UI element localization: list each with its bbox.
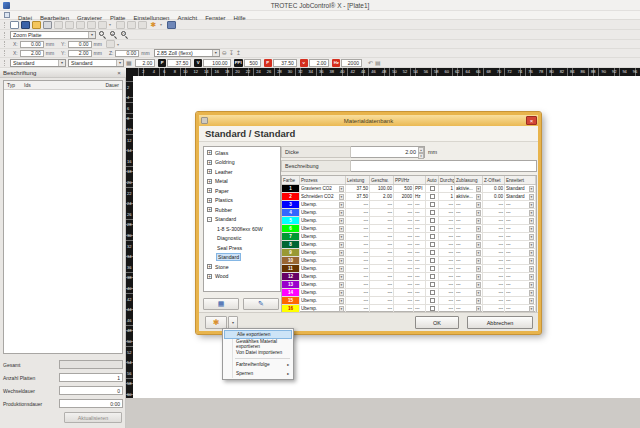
cut-frequency-field[interactable]: 2000 bbox=[341, 59, 362, 67]
speed-cell[interactable]: --- bbox=[370, 257, 394, 264]
tree-item-paper[interactable]: +Paper bbox=[204, 186, 280, 196]
engrave-ppi-field[interactable]: 500 bbox=[244, 59, 261, 67]
ppi-hz-cell[interactable]: --- bbox=[394, 305, 414, 312]
lens-combo[interactable]: 2.85 Zoll (flexx) ▾ bbox=[154, 49, 220, 57]
advanced-select[interactable]: ---▾ bbox=[505, 257, 536, 264]
color-chip[interactable]: 12 bbox=[282, 273, 300, 280]
job-list[interactable]: TypIdsDauer bbox=[3, 80, 123, 354]
z-offset-cell[interactable]: --- bbox=[483, 289, 505, 296]
ppi-hz-cell[interactable]: --- bbox=[394, 257, 414, 264]
speed-cell[interactable]: --- bbox=[370, 225, 394, 232]
advanced-select[interactable]: ---▾ bbox=[505, 273, 536, 280]
material-combo[interactable]: Standard ▾ bbox=[68, 59, 124, 67]
passes-cell[interactable]: --- bbox=[439, 241, 455, 248]
advanced-select[interactable]: ---▾ bbox=[505, 209, 536, 216]
color-chip[interactable]: 13 bbox=[282, 281, 300, 288]
air-assist-select[interactable]: ---▾ bbox=[455, 297, 483, 304]
z-offset-cell[interactable]: --- bbox=[483, 273, 505, 280]
ok-button[interactable]: OK bbox=[415, 316, 459, 329]
ppi-hz-cell[interactable]: --- bbox=[394, 217, 414, 224]
power-cell[interactable]: --- bbox=[346, 257, 370, 264]
z-offset-cell[interactable]: --- bbox=[483, 233, 505, 240]
delete-job-icon[interactable] bbox=[87, 21, 96, 29]
zoom-icon[interactable] bbox=[99, 31, 106, 38]
power-cell[interactable]: --- bbox=[346, 225, 370, 232]
refresh-button[interactable]: Aktualisieren bbox=[64, 412, 122, 423]
power-cell[interactable]: --- bbox=[346, 249, 370, 256]
no-focus-icon[interactable]: ⊖ bbox=[222, 49, 227, 57]
ppi-hz-cell[interactable]: --- bbox=[394, 273, 414, 280]
passes-cell[interactable]: --- bbox=[439, 273, 455, 280]
color-chip[interactable]: 5 bbox=[282, 217, 300, 224]
expand-icon[interactable]: + bbox=[207, 198, 212, 203]
job-y-field[interactable]: 2.00 bbox=[68, 50, 92, 57]
expand-icon[interactable]: + bbox=[207, 188, 212, 193]
speed-cell[interactable]: --- bbox=[370, 273, 394, 280]
z-offset-cell[interactable]: 0.00 bbox=[483, 193, 505, 200]
focus-up-icon[interactable]: ↥ bbox=[236, 49, 241, 57]
z-offset-cell[interactable]: --- bbox=[483, 225, 505, 232]
new-file-icon[interactable] bbox=[10, 21, 19, 29]
advanced-select[interactable]: ---▾ bbox=[505, 201, 536, 208]
z-offset-cell[interactable]: --- bbox=[483, 209, 505, 216]
expand-icon[interactable]: + bbox=[207, 207, 212, 212]
chevron-down-icon[interactable]: ▾ bbox=[109, 22, 114, 27]
preview-icon[interactable] bbox=[138, 21, 147, 29]
speed-cell[interactable]: --- bbox=[370, 233, 394, 240]
print-icon[interactable] bbox=[43, 21, 52, 29]
speed-cell[interactable]: --- bbox=[370, 281, 394, 288]
power-cell[interactable]: --- bbox=[346, 201, 370, 208]
expand-icon[interactable]: + bbox=[207, 264, 212, 269]
ppi-hz-cell[interactable]: 2000 bbox=[394, 193, 414, 200]
passes-cell[interactable]: --- bbox=[439, 257, 455, 264]
chevron-down-icon[interactable]: ▾ bbox=[212, 50, 219, 56]
color-chip[interactable]: 11 bbox=[282, 265, 300, 272]
advanced-select[interactable]: Standard▾ bbox=[505, 193, 536, 200]
close-button[interactable]: × bbox=[526, 116, 537, 125]
power-cell[interactable]: --- bbox=[346, 209, 370, 216]
save-icon[interactable] bbox=[21, 21, 30, 29]
speed-cell[interactable]: 2.00 bbox=[370, 193, 394, 200]
speed-cell[interactable]: --- bbox=[370, 289, 394, 296]
process-select[interactable]: Übersp.▾ bbox=[300, 297, 346, 304]
air-assist-select[interactable]: ---▾ bbox=[455, 217, 483, 224]
engrave-power-field[interactable]: 37.50 bbox=[167, 59, 191, 67]
advanced-select[interactable]: ---▾ bbox=[505, 249, 536, 256]
color-chip[interactable]: 2 bbox=[282, 193, 300, 200]
y-position-field[interactable]: 0.00 bbox=[68, 41, 92, 48]
advanced-select[interactable]: ---▾ bbox=[505, 217, 536, 224]
z-offset-cell[interactable]: --- bbox=[483, 241, 505, 248]
process-select[interactable]: Übersp.▾ bbox=[300, 265, 346, 272]
auto-checkbox[interactable] bbox=[430, 194, 435, 199]
passes-cell[interactable]: --- bbox=[439, 217, 455, 224]
edit-material-button[interactable]: ✎ bbox=[243, 298, 279, 310]
connect-laser-icon[interactable] bbox=[167, 21, 176, 29]
speed-cell[interactable]: --- bbox=[370, 209, 394, 216]
speed-cell[interactable]: --- bbox=[370, 265, 394, 272]
tree-item-standard[interactable]: -Standard bbox=[204, 215, 280, 225]
new-material-button[interactable]: ▦ bbox=[203, 298, 239, 310]
power-cell[interactable]: 37.50 bbox=[346, 185, 370, 192]
air-assist-select[interactable]: ---▾ bbox=[455, 241, 483, 248]
align-icon[interactable] bbox=[98, 21, 107, 29]
speed-cell[interactable]: --- bbox=[370, 241, 394, 248]
air-assist-select[interactable]: ---▾ bbox=[455, 289, 483, 296]
dialog-titlebar[interactable]: Materialdatenbank bbox=[199, 115, 538, 126]
color-chip[interactable]: 6 bbox=[282, 225, 300, 232]
tree-item-seal-press[interactable]: Seal Press bbox=[204, 243, 280, 253]
ppi-hz-cell[interactable]: --- bbox=[394, 241, 414, 248]
summary-value[interactable]: 1 bbox=[59, 373, 123, 382]
close-icon[interactable]: × bbox=[115, 69, 123, 77]
power-cell[interactable]: --- bbox=[346, 289, 370, 296]
tree-item-leather[interactable]: +Leather bbox=[204, 167, 280, 177]
thickness-field[interactable]: 2.00 ▴ ▾ bbox=[351, 146, 425, 158]
process-select[interactable]: Übersp.▾ bbox=[300, 305, 346, 312]
ppi-hz-cell[interactable]: --- bbox=[394, 265, 414, 272]
process-select[interactable]: Gravieren CO2▾ bbox=[300, 185, 346, 192]
air-assist-select[interactable]: ---▾ bbox=[455, 209, 483, 216]
save-material-icon[interactable]: ▤ bbox=[375, 59, 381, 67]
air-assist-select[interactable]: ---▾ bbox=[455, 233, 483, 240]
z-offset-cell[interactable]: --- bbox=[483, 201, 505, 208]
ppi-hz-cell[interactable]: 500 bbox=[394, 185, 414, 192]
process-select[interactable]: Übersp.▾ bbox=[300, 233, 346, 240]
